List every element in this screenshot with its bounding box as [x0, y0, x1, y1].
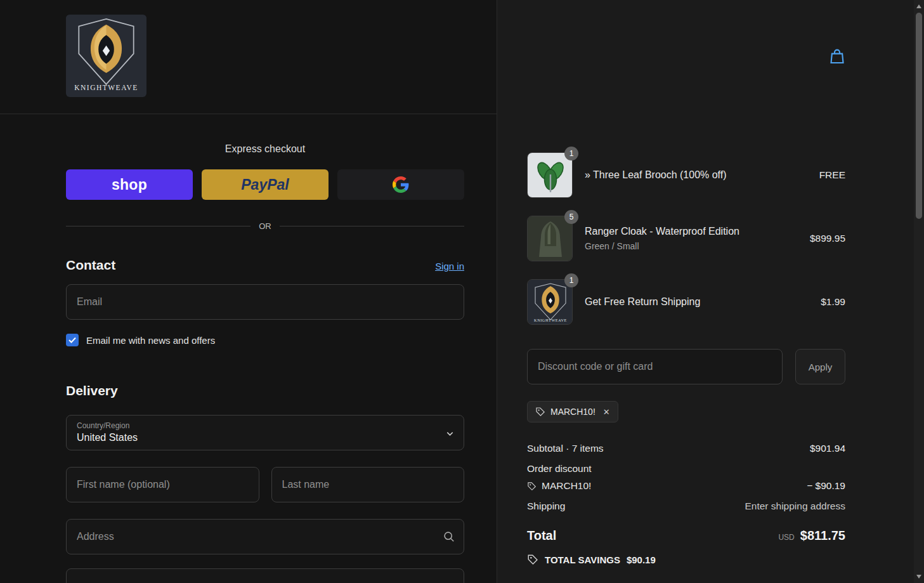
- line-item: 1 » Three Leaf Brooch (100% off) FREE: [527, 152, 845, 198]
- country-select-label: Country/Region: [77, 421, 453, 430]
- search-icon: [443, 530, 455, 546]
- total-savings-row: TOTAL SAVINGS $90.19: [527, 554, 845, 565]
- total-savings-label: TOTAL SAVINGS: [545, 554, 620, 565]
- email-field[interactable]: [66, 284, 464, 320]
- google-g-icon: [393, 176, 409, 193]
- newsletter-row: Email me with news and offers: [66, 334, 464, 346]
- subtotal-value: $901.94: [810, 443, 845, 454]
- remove-discount-button[interactable]: ✕: [603, 408, 610, 416]
- item-thumbnail-wrap: 1: [527, 152, 573, 198]
- country-select-value: United States: [77, 432, 453, 443]
- name-fields-row: [66, 467, 464, 502]
- discount-code-input[interactable]: [527, 349, 783, 384]
- checkout-form: Express checkout shop PayPal OR: [66, 143, 464, 583]
- express-checkout-title: Express checkout: [66, 143, 464, 155]
- total-value: $811.75: [800, 528, 845, 543]
- item-price: FREE: [819, 169, 845, 181]
- shipping-value: Enter shipping address: [745, 501, 845, 512]
- sign-in-link[interactable]: Sign in: [435, 261, 464, 272]
- item-price: $1.99: [821, 296, 845, 308]
- applied-discount-code: MARCH10!: [550, 407, 595, 417]
- item-info: » Three Leaf Brooch (100% off): [585, 169, 812, 181]
- item-thumbnail-wrap: 5: [527, 216, 573, 261]
- email-field-wrap: [66, 284, 464, 320]
- item-thumbnail-wrap: KNIGHTWEAVE 1: [527, 279, 573, 325]
- address-field[interactable]: [66, 519, 464, 554]
- or-divider-label: OR: [259, 221, 271, 231]
- country-select[interactable]: Country/Region United States: [66, 415, 464, 450]
- store-logo[interactable]: KNIGHTWEAVE: [66, 15, 146, 97]
- order-discount-row: Order discount: [527, 463, 845, 475]
- subtotal-label: Subtotal · 7 items: [527, 443, 604, 454]
- order-discount-code-row: MARCH10! − $90.19: [527, 480, 845, 492]
- knightweave-logo-image: KNIGHTWEAVE: [528, 280, 573, 325]
- total-row: Total USD $811.75: [527, 528, 845, 543]
- tag-icon: [527, 554, 538, 565]
- item-name: Ranger Cloak - Waterproof Edition: [585, 226, 802, 237]
- checkout-form-column: KNIGHTWEAVE Express checkout shop PayPal: [0, 0, 497, 583]
- chevron-down-icon: [445, 429, 455, 441]
- line-item: 5 Ranger Cloak - Waterproof Edition Gree…: [527, 216, 845, 261]
- leaf-brooch-image: [528, 153, 573, 198]
- scrollbar-thumb[interactable]: [916, 13, 922, 219]
- google-pay-button[interactable]: [337, 169, 464, 200]
- vertical-scrollbar[interactable]: [914, 0, 924, 583]
- shipping-label: Shipping: [527, 501, 565, 512]
- thumbnail-store-name: KNIGHTWEAVE: [534, 318, 567, 322]
- quantity-badge: 5: [564, 210, 578, 224]
- currency-code: USD: [778, 533, 794, 542]
- applied-discounts: MARCH10! ✕: [527, 401, 845, 423]
- newsletter-checkbox[interactable]: [66, 334, 79, 346]
- hooded-figure-logo-icon: [66, 15, 146, 89]
- next-field-partial[interactable]: [66, 568, 464, 583]
- order-discount-code: MARCH10!: [542, 480, 591, 492]
- summary-header: [497, 0, 914, 114]
- scroll-down-arrow[interactable]: [914, 572, 924, 582]
- item-variant: Green / Small: [585, 241, 802, 251]
- line-item: KNIGHTWEAVE 1 Get Free Return Shipping $…: [527, 279, 845, 325]
- contact-section-header: Contact Sign in: [66, 258, 464, 273]
- scroll-up-arrow[interactable]: [914, 1, 924, 11]
- subtotal-row: Subtotal · 7 items $901.94: [527, 443, 845, 454]
- order-discount-label: Order discount: [527, 463, 592, 474]
- ranger-cloak-image: [528, 216, 573, 261]
- express-checkout-buttons: shop PayPal: [66, 169, 464, 200]
- apply-discount-button[interactable]: Apply: [795, 349, 845, 384]
- discount-code-row: Apply: [527, 349, 845, 384]
- order-summary: 1 » Three Leaf Brooch (100% off) FREE: [527, 152, 845, 565]
- cloak-thumbnail: [527, 216, 573, 261]
- total-label: Total: [527, 528, 556, 543]
- store-name: KNIGHTWEAVE: [66, 84, 146, 91]
- tag-icon: [535, 407, 545, 417]
- discount-pill: MARCH10! ✕: [527, 401, 618, 423]
- delivery-title: Delivery: [66, 383, 464, 398]
- cost-summary: Subtotal · 7 items $901.94 Order discoun…: [527, 443, 845, 565]
- order-discount-value: − $90.19: [807, 480, 845, 492]
- quantity-badge: 1: [564, 147, 578, 160]
- check-icon: [68, 337, 76, 343]
- tag-icon: [527, 481, 537, 491]
- address-field-wrap: [66, 519, 464, 554]
- last-name-field[interactable]: [271, 467, 465, 502]
- shop-pay-button[interactable]: shop: [66, 169, 193, 200]
- item-name: Get Free Return Shipping: [585, 296, 813, 308]
- shipping-row: Shipping Enter shipping address: [527, 501, 845, 512]
- newsletter-label: Email me with news and offers: [86, 335, 215, 346]
- item-info: Get Free Return Shipping: [585, 296, 813, 308]
- or-divider: OR: [66, 221, 464, 231]
- first-name-field[interactable]: [66, 467, 259, 502]
- item-info: Ranger Cloak - Waterproof Edition Green …: [585, 226, 802, 251]
- paypal-wordmark: PayPal: [241, 176, 289, 193]
- paypal-button[interactable]: PayPal: [202, 169, 329, 200]
- total-savings-value: $90.19: [627, 554, 656, 565]
- item-price: $899.95: [810, 233, 845, 244]
- cart-button[interactable]: [828, 47, 847, 68]
- contact-title: Contact: [66, 258, 115, 273]
- order-summary-column: 1 » Three Leaf Brooch (100% off) FREE: [497, 0, 914, 583]
- shopping-bag-icon: [828, 47, 847, 66]
- brooch-thumbnail: [527, 152, 573, 198]
- item-name: » Three Leaf Brooch (100% off): [585, 169, 812, 181]
- checkout-page: KNIGHTWEAVE Express checkout shop PayPal: [0, 0, 914, 583]
- quantity-badge: 1: [564, 273, 578, 287]
- logo-thumbnail: KNIGHTWEAVE: [527, 279, 573, 325]
